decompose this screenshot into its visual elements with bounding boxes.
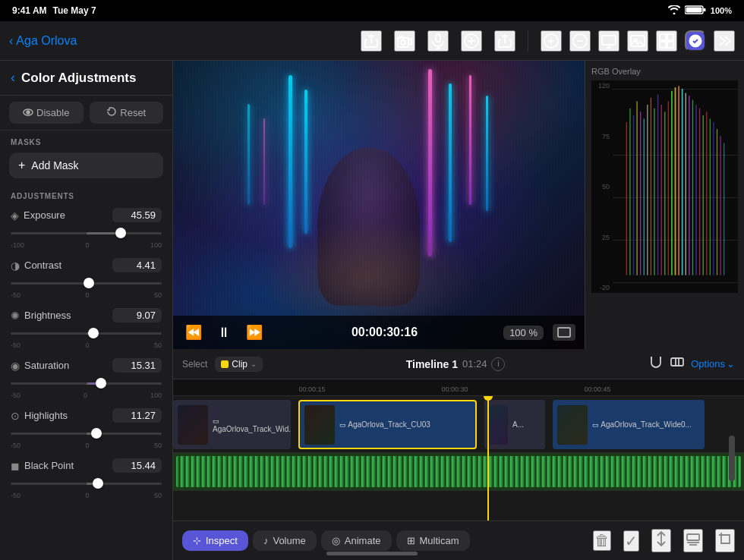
svg-rect-19	[667, 42, 673, 48]
adjustment-saturation-slider[interactable]	[11, 376, 162, 391]
reflections	[173, 61, 585, 349]
adjustment-saturation-label: ◉ Saturation	[11, 360, 69, 372]
clip-2-name: AgaOrlova_Track_CU03	[348, 420, 430, 429]
clip-2-info: ▭ AgaOrlova_Track_CU03	[339, 420, 430, 429]
star-icon[interactable]	[461, 30, 482, 52]
volume-icon: ♪	[263, 535, 269, 546]
adjustment-blackpoint-slider[interactable]	[11, 476, 162, 491]
adjustment-exposure-slider[interactable]	[11, 225, 162, 241]
clip-3[interactable]: A...	[484, 400, 545, 449]
adjustment-brightness-thumb[interactable]	[88, 328, 99, 338]
disable-button[interactable]: Disable	[9, 102, 84, 124]
adjustment-blackpoint-header: ◼ Black Point	[11, 458, 162, 473]
clip-2-thumb	[304, 405, 335, 445]
aspect-ratio-button[interactable]	[553, 324, 575, 341]
adjustment-contrast-value[interactable]	[112, 258, 162, 272]
animate-button[interactable]: ◎ Animate	[321, 530, 392, 551]
adjustment-blackpoint-labels: -50 0 50	[11, 492, 162, 499]
photo-icon[interactable]	[627, 30, 648, 52]
status-day: Tue May 7	[53, 5, 96, 16]
back-button[interactable]: ‹ Aga Orlova	[9, 34, 77, 48]
display-icon[interactable]	[598, 30, 619, 52]
clip-1-thumb-inner	[178, 405, 208, 445]
adjustment-highlights-value[interactable]	[112, 408, 162, 423]
checkmark-button[interactable]: ✓	[623, 530, 639, 552]
adjustment-saturation-thumb[interactable]	[96, 378, 106, 389]
detach-button[interactable]	[683, 529, 703, 552]
adjustment-exposure: ◈ Exposure -100 0 100	[0, 203, 172, 253]
adjustment-highlights-track	[11, 433, 162, 435]
svg-rect-1	[703, 8, 705, 11]
delete-button[interactable]: 🗑	[593, 530, 611, 551]
add-circle-icon[interactable]	[541, 30, 562, 52]
adjustment-brightness-slider[interactable]	[11, 326, 162, 341]
svg-rect-23	[558, 328, 570, 337]
export-icon[interactable]	[494, 30, 515, 52]
options-button[interactable]: Options ⌄	[691, 358, 735, 370]
adjustment-highlights-header: ⊙ Highlights	[11, 408, 162, 423]
split-button[interactable]	[651, 529, 671, 552]
animate-label: Animate	[345, 535, 381, 546]
svg-rect-18	[660, 42, 666, 48]
clip-4[interactable]: ▭ AgaOrlova_Track_Wide0...	[553, 400, 705, 449]
forward-icon[interactable]	[714, 30, 735, 52]
multicam-label: Multicam	[420, 535, 459, 546]
share-icon[interactable]	[361, 30, 382, 52]
adjustment-brightness-header: ✺ Brightness	[11, 308, 162, 322]
disable-label: Disable	[36, 107, 69, 118]
scroll-handle[interactable]	[729, 436, 735, 481]
add-mask-button[interactable]: + Add Mask	[9, 153, 163, 178]
options-label: Options	[691, 358, 725, 370]
adjustment-highlights-labels: -50 0 50	[11, 442, 162, 449]
clip-2-selected[interactable]: ▭ AgaOrlova_Track_CU03	[298, 400, 477, 449]
clip-trim-button[interactable]	[670, 354, 685, 373]
panel-title: Color Adjustments	[21, 71, 136, 86]
rewind-button[interactable]: ⏪	[182, 321, 205, 344]
timeline-info-button[interactable]: i	[491, 357, 505, 371]
clip-3-name: A...	[512, 420, 524, 429]
adjustment-brightness-value[interactable]	[112, 308, 162, 322]
toolbar-icons	[361, 30, 515, 52]
status-left: 9:41 AM Tue May 7	[12, 5, 96, 16]
adjustment-brightness-labels: -50 0 50	[11, 341, 162, 349]
adjustment-highlights-thumb[interactable]	[91, 428, 102, 439]
adjustment-blackpoint-thumb[interactable]	[93, 478, 103, 489]
adjustment-exposure-thumb[interactable]	[115, 228, 126, 238]
options-chevron-icon: ⌄	[727, 358, 735, 370]
panel-actions: Disable Reset	[0, 96, 172, 131]
grid-icon[interactable]	[656, 30, 677, 52]
select-label: Select	[182, 359, 207, 370]
panel-back-button[interactable]: ‹	[11, 70, 15, 86]
adjustment-contrast-slider[interactable]	[11, 275, 162, 291]
inspect-label: Inspect	[206, 535, 238, 546]
clip-label: Clip	[232, 359, 247, 370]
crop-button[interactable]	[715, 529, 735, 552]
fast-forward-button[interactable]: ⏩	[243, 321, 266, 344]
adjustment-blackpoint-value[interactable]	[112, 458, 162, 473]
active-tool-icon[interactable]	[685, 30, 706, 52]
timeline-label: Timeline 1	[406, 358, 458, 370]
volume-button[interactable]: ♪ Volume	[253, 530, 317, 551]
magnet-tool-button[interactable]	[648, 354, 664, 373]
panel-header: ‹ Color Adjustments	[0, 61, 172, 96]
svg-rect-17	[667, 34, 673, 40]
mic-icon[interactable]	[427, 30, 449, 52]
play-pause-button[interactable]: ⏸	[214, 322, 234, 344]
minus-circle-icon[interactable]	[569, 30, 591, 52]
adjustment-exposure-value[interactable]	[112, 208, 162, 222]
camera-add-icon[interactable]	[394, 30, 415, 52]
battery-percent: 100%	[711, 6, 732, 15]
reset-button[interactable]: Reset	[90, 102, 164, 124]
adjustment-exposure-labels: -100 0 100	[11, 241, 162, 249]
clip-4-info: ▭ AgaOrlova_Track_Wide0...	[592, 420, 692, 429]
clip-1[interactable]: ▭ AgaOrlova_Track_Wid...	[173, 400, 291, 449]
inspect-button[interactable]: ⊹ Inspect	[182, 530, 248, 551]
adjustment-highlights-slider[interactable]	[11, 426, 162, 441]
rgb-graph-area	[613, 80, 738, 293]
multicam-button[interactable]: ⊞ Multicam	[396, 530, 470, 551]
adjustment-contrast-thumb[interactable]	[84, 278, 94, 288]
timeline-tools: Options ⌄	[648, 354, 735, 373]
adjustment-brightness-label: ✺ Brightness	[11, 310, 71, 322]
adjustment-saturation-value[interactable]	[112, 358, 162, 373]
clip-1-info: ▭ AgaOrlova_Track_Wid...	[213, 417, 291, 433]
